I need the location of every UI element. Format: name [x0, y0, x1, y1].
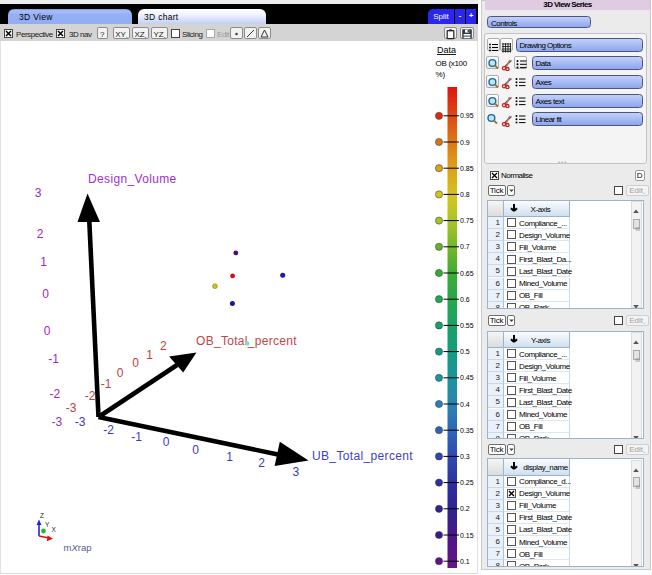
svg-text:-3: -3	[51, 415, 62, 429]
svg-text:0: 0	[117, 366, 124, 380]
svg-text:0.55: 0.55	[460, 322, 474, 329]
svg-text:1: 1	[146, 348, 153, 362]
svg-text:X: X	[52, 526, 57, 533]
svg-text:-1: -1	[131, 430, 142, 444]
svg-text:0.75: 0.75	[460, 217, 474, 224]
svg-text:OB (x100: OB (x100	[436, 59, 468, 68]
svg-text:0.7: 0.7	[460, 243, 470, 250]
svg-text:0.8: 0.8	[460, 191, 470, 198]
svg-text:2: 2	[37, 227, 44, 241]
svg-text:0.6: 0.6	[460, 296, 470, 303]
svg-text:0: 0	[163, 435, 170, 449]
svg-text:1: 1	[40, 255, 47, 269]
svg-text:0.25: 0.25	[460, 479, 474, 486]
svg-text:0.15: 0.15	[460, 532, 474, 539]
svg-text:0.4: 0.4	[460, 401, 470, 408]
svg-text:-2: -2	[49, 387, 60, 401]
svg-text:Data: Data	[437, 45, 456, 55]
svg-text:-1: -1	[48, 352, 59, 366]
svg-text:Y: Y	[45, 521, 50, 528]
svg-text:0: 0	[132, 356, 139, 370]
svg-text:0: 0	[44, 324, 51, 338]
svg-text:%): %)	[436, 70, 446, 79]
svg-text:mXrap: mXrap	[64, 542, 92, 553]
svg-text:1: 1	[226, 450, 233, 464]
svg-text:0.95: 0.95	[460, 112, 474, 119]
svg-text:0.2: 0.2	[460, 505, 470, 512]
svg-text:-2: -2	[85, 389, 96, 403]
svg-text:0: 0	[192, 443, 199, 457]
svg-text:-3: -3	[75, 415, 86, 429]
svg-text:0.35: 0.35	[460, 427, 474, 434]
svg-text:2: 2	[160, 339, 167, 353]
svg-text:UB_Total_percent: UB_Total_percent	[312, 449, 413, 463]
svg-text:Design_Volume: Design_Volume	[88, 172, 177, 186]
svg-text:0.1: 0.1	[460, 558, 470, 565]
svg-text:0.65: 0.65	[460, 270, 474, 277]
svg-text:0.9: 0.9	[460, 139, 470, 146]
svg-text:-2: -2	[103, 423, 114, 437]
svg-text:0.5: 0.5	[460, 348, 470, 355]
svg-text:0.3: 0.3	[460, 453, 470, 460]
svg-text:2: 2	[258, 456, 265, 470]
svg-text:-1: -1	[101, 377, 112, 391]
svg-text:0.45: 0.45	[460, 374, 474, 381]
svg-text:Z: Z	[40, 512, 44, 519]
svg-text:3: 3	[293, 465, 300, 479]
svg-text:0: 0	[42, 287, 49, 301]
svg-text:0.85: 0.85	[460, 165, 474, 172]
svg-text:-3: -3	[66, 401, 77, 415]
svg-text:3: 3	[35, 186, 42, 200]
